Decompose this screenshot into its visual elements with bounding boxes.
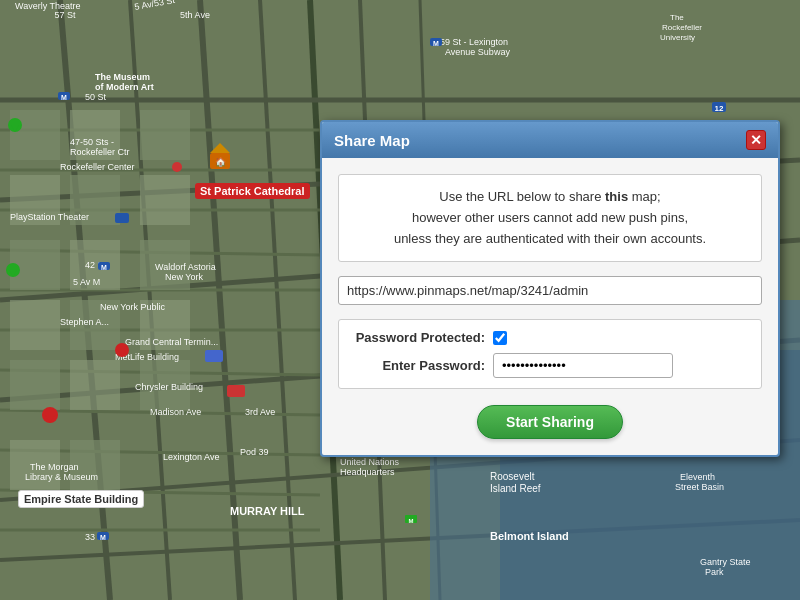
password-input[interactable] bbox=[493, 353, 673, 378]
info-text-line2: however other users cannot add new push … bbox=[412, 210, 688, 225]
info-text-bold: this bbox=[605, 189, 628, 204]
enter-password-row: Enter Password: bbox=[355, 353, 745, 378]
modal-header: Share Map ✕ bbox=[322, 122, 778, 158]
modal-body: Use the URL below to share this map; how… bbox=[322, 158, 778, 455]
modal-title: Share Map bbox=[334, 132, 410, 149]
password-protected-row: Password Protected: bbox=[355, 330, 745, 345]
info-text-part1: Use the URL below to share bbox=[439, 189, 605, 204]
start-sharing-button[interactable]: Start Sharing bbox=[477, 405, 623, 439]
close-button[interactable]: ✕ bbox=[746, 130, 766, 150]
share-map-modal: Share Map ✕ Use the URL below to share t… bbox=[320, 120, 780, 457]
info-text-part2: map; bbox=[628, 189, 661, 204]
password-protected-checkbox[interactable] bbox=[493, 331, 507, 345]
info-text-line3: unless they are authenticated with their… bbox=[394, 231, 706, 246]
modal-overlay: Share Map ✕ Use the URL below to share t… bbox=[0, 0, 800, 600]
url-input[interactable] bbox=[338, 276, 762, 305]
info-box: Use the URL below to share this map; how… bbox=[338, 174, 762, 262]
password-box: Password Protected: Enter Password: bbox=[338, 319, 762, 389]
enter-password-label: Enter Password: bbox=[355, 358, 485, 373]
password-protected-label: Password Protected: bbox=[355, 330, 485, 345]
